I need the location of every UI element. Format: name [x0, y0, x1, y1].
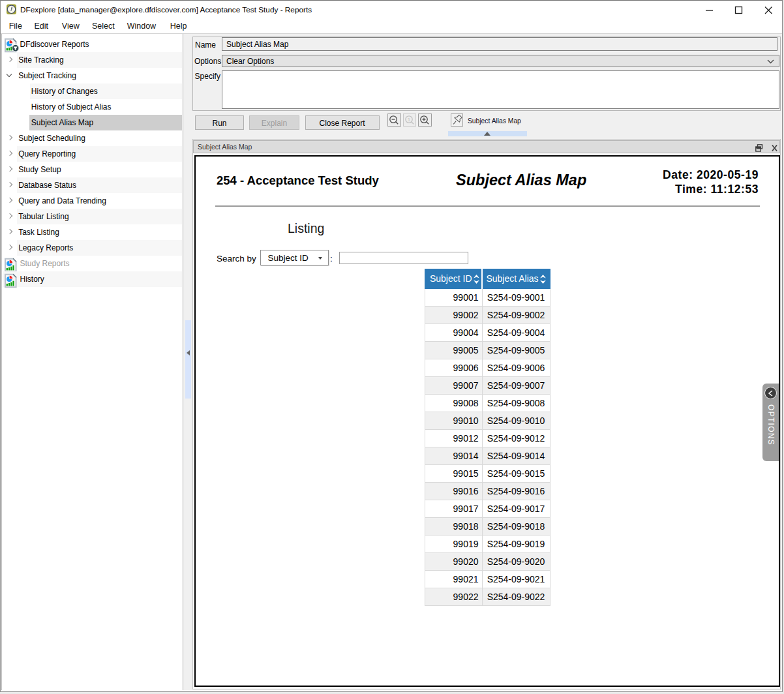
svg-text:1: 1	[407, 117, 410, 123]
